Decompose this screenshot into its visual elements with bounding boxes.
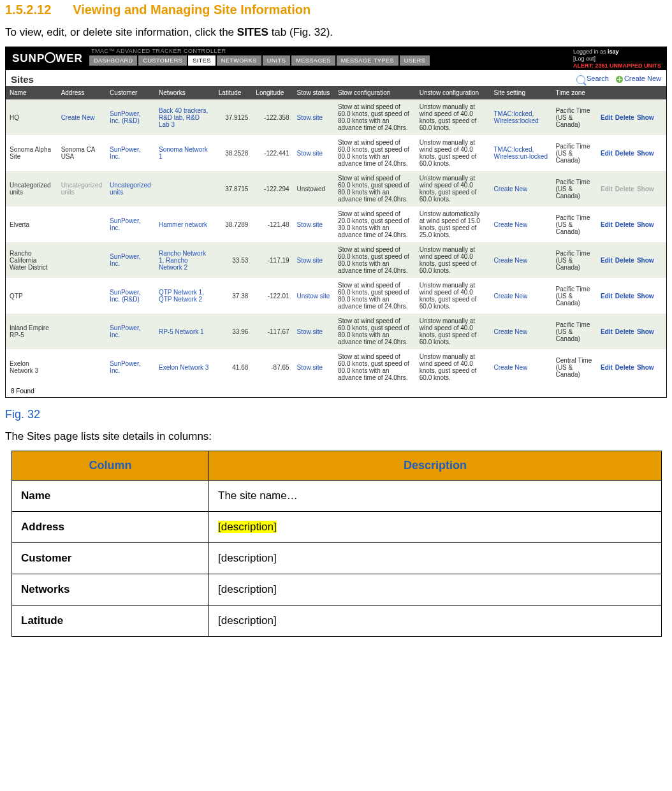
cell[interactable]: TMAC:locked, Wireless:un-locked [490,135,552,171]
cell[interactable] [155,171,215,207]
col-header[interactable]: Time zone [552,86,597,99]
cell: -121.48 [252,207,293,242]
cell[interactable]: SunPower, Inc. [106,135,155,171]
alert-line[interactable]: ALERT: 2361 UNMAPPED UNITS [573,62,661,69]
cell[interactable]: Create New [490,278,552,314]
cell[interactable]: SunPower, Inc. (R&D) [106,278,155,314]
tab-message-types[interactable]: MESSAGE TYPES [337,55,398,66]
tab-users[interactable]: USERS [400,55,430,66]
show-button[interactable]: Show [637,328,654,335]
show-button[interactable]: Show [637,293,654,300]
tab-messages[interactable]: MESSAGES [291,55,335,66]
edit-button[interactable]: Edit [601,364,613,371]
cell[interactable]: Create New [490,314,552,349]
cell: Stow at wind speed of 60.0 knots, gust s… [334,278,416,314]
col-header[interactable]: Stow configuration [334,86,416,99]
tab-units[interactable]: UNITS [263,55,291,66]
delete-button[interactable]: Delete [615,364,634,371]
show-button[interactable]: Show [637,364,654,371]
cell[interactable]: Rancho Network 1, Rancho Network 2 [155,242,215,278]
cell[interactable]: Stow site [293,207,334,242]
show-button[interactable]: Show [637,150,654,157]
edit-button[interactable]: Edit [601,150,613,157]
cell[interactable]: SunPower, Inc. [106,207,155,242]
edit-button[interactable]: Edit [601,257,613,264]
logout-link[interactable]: [Log out] [573,55,661,62]
cell[interactable]: Stow site [293,242,334,278]
delete-button[interactable]: Delete [615,328,634,335]
cell: -87.65 [252,349,293,385]
cell[interactable]: Create New [57,99,106,135]
cell: -117.19 [252,242,293,278]
table-row: Uncategorized unitsUncategorized unitsUn… [6,171,666,207]
cell[interactable]: Exelon Network 3 [155,349,215,385]
cell[interactable]: Stow site [293,99,334,135]
cell[interactable]: SunPower, Inc. [106,314,155,349]
cell: Sonoma Alpha Site [6,135,57,171]
cell[interactable]: Stow site [293,135,334,171]
cell: 38.7289 [215,207,252,242]
cell[interactable]: Create New [490,171,552,207]
cell[interactable]: Create New [490,242,552,278]
cell[interactable]: Hammer network [155,207,215,242]
cell[interactable]: Sonoma Network 1 [155,135,215,171]
edit-button[interactable]: Edit [601,114,613,121]
delete-button[interactable]: Delete [615,114,634,121]
cell[interactable]: SunPower, Inc. [106,349,155,385]
delete-button[interactable]: Delete [615,293,634,300]
sites-table: NameAddressCustomerNetworksLatitudeLongi… [6,86,666,385]
search-link[interactable]: Search [587,75,609,82]
edit-button[interactable]: Edit [601,221,613,228]
cell[interactable]: Create New [490,349,552,385]
show-button[interactable]: Show [637,257,654,264]
cell[interactable]: Back 40 trackers, R&D lab, R&D Lab 3 [155,99,215,135]
table-row: ElvertaSunPower, Inc.Hammer network38.72… [6,207,666,242]
cell: 38.2528 [215,135,252,171]
tab-customers[interactable]: CUSTOMERS [138,55,187,66]
tab-networks[interactable]: NETWORKS [217,55,261,66]
col-header[interactable] [597,86,666,99]
cell[interactable]: Uncategorized units [106,171,155,207]
delete-button[interactable]: Delete [615,150,634,157]
edit-button[interactable]: Edit [601,293,613,300]
tab-sites[interactable]: SITES [188,55,215,66]
cell [57,242,106,278]
cell[interactable]: QTP Network 1, QTP Network 2 [155,278,215,314]
cell: Unstow manually at wind speed of 40.0 kn… [416,135,490,171]
delete-button[interactable]: Delete [615,257,634,264]
cell[interactable]: Stow site [293,349,334,385]
cell: Stow at wind speed of 60.0 knots, gust s… [334,314,416,349]
col-header[interactable]: Address [57,86,106,99]
col-header[interactable]: Latitude [215,86,252,99]
cell[interactable]: Unstow site [293,278,334,314]
cell[interactable]: RP-5 Network 1 [155,314,215,349]
cell: Unstowed [293,171,334,207]
intro-pre: To view, edit, or delete site informatio… [5,26,237,38]
cell[interactable]: TMAC:locked, Wireless:locked [490,99,552,135]
col-header[interactable]: Networks [155,86,215,99]
cell: -122.01 [252,278,293,314]
col-header[interactable]: Unstow configuration [416,86,490,99]
cell: Elverta [6,207,57,242]
create-new-link[interactable]: Create New [624,75,661,82]
cell[interactable]: SunPower, Inc. [106,242,155,278]
desc-row: NameThe site name… [12,481,662,512]
cell[interactable]: SunPower, Inc. (R&D) [106,99,155,135]
show-button[interactable]: Show [637,221,654,228]
edit-button[interactable]: Edit [601,328,613,335]
cell[interactable]: Stow site [293,314,334,349]
cell[interactable]: Create New [490,207,552,242]
cell [57,278,106,314]
intro-post: tab (Fig. 32). [268,26,333,38]
col-header[interactable]: Stow status [293,86,334,99]
cell: Pacific Time (US & Canada) [552,135,597,171]
tab-dashboard[interactable]: DASHBOARD [89,55,138,66]
col-header[interactable]: Name [6,86,57,99]
col-header[interactable]: Longitude [252,86,293,99]
col-header[interactable]: Customer [106,86,155,99]
col-header[interactable]: Site setting [490,86,552,99]
desc-head-column: Column [12,451,209,481]
show-button[interactable]: Show [637,114,654,121]
delete-button[interactable]: Delete [615,221,634,228]
cell: Pacific Time (US & Canada) [552,171,597,207]
